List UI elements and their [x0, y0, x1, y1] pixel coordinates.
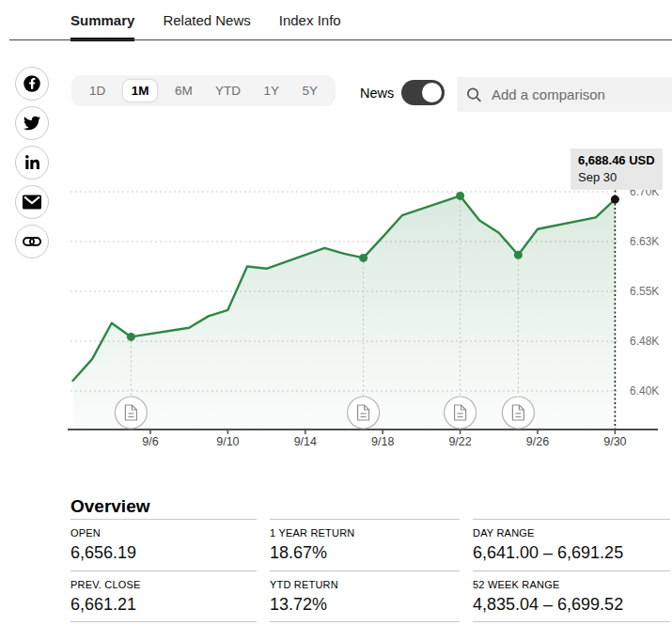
stat-52-week-range: 52 WEEK RANGE 4,835.04 – 6,699.52	[473, 570, 670, 622]
range-1m-button[interactable]: 1M	[122, 79, 159, 102]
stat-label: PREV. CLOSE	[70, 579, 257, 590]
stat-value: 6,641.00 – 6,691.25	[473, 543, 670, 563]
range-ytd-button[interactable]: YTD	[209, 80, 247, 102]
x-axis-label: 9/22	[448, 435, 471, 448]
news-data-point[interactable]	[127, 333, 135, 341]
range-6m-button[interactable]: 6M	[168, 80, 199, 102]
share-facebook-button[interactable]	[15, 67, 49, 101]
x-axis-label: 9/14	[294, 435, 317, 448]
range-5y-button[interactable]: 5Y	[295, 80, 324, 102]
news-event-marker[interactable]	[502, 397, 534, 429]
stat-label: 52 WEEK RANGE	[473, 579, 670, 590]
stat-value: 13.72%	[270, 595, 460, 615]
stat-open: OPEN 6,656.19	[70, 519, 257, 570]
x-axis-label: 9/6	[142, 435, 158, 448]
y-axis-label: 6.55K	[630, 285, 659, 298]
x-axis-label: 9/30	[603, 435, 626, 448]
tooltip-date: Sep 30	[578, 169, 655, 186]
facebook-icon	[23, 74, 41, 93]
stat-value: 4,835.04 – 6,699.52	[473, 595, 670, 615]
news-document-icon	[512, 405, 524, 420]
stat-day-range: DAY RANGE 6,641.00 – 6,691.25	[473, 519, 670, 570]
range-1y-button[interactable]: 1Y	[257, 80, 286, 102]
stat-value: 18.67%	[270, 543, 460, 563]
tab-summary[interactable]: Summary	[70, 12, 134, 41]
tab-index-info[interactable]: Index Info	[279, 12, 341, 41]
tab-bar-divider	[9, 39, 672, 40]
last-price-point[interactable]	[611, 195, 619, 204]
news-event-marker[interactable]	[115, 397, 147, 429]
x-axis-label: 9/10	[216, 435, 239, 448]
news-data-point[interactable]	[514, 251, 523, 259]
y-axis-label: 6.40K	[630, 384, 659, 398]
price-tooltip: 6,688.46 USD Sep 30	[570, 148, 663, 190]
stat-label: YTD RETURN	[270, 579, 460, 590]
comparison-search	[457, 77, 672, 112]
news-data-point[interactable]	[456, 192, 464, 200]
stat-1-year-return: 1 YEAR RETURN 18.67%	[270, 519, 460, 570]
news-toggle-knob	[420, 81, 444, 104]
search-icon	[466, 86, 482, 103]
x-axis-label: 9/26	[526, 435, 549, 448]
news-toggle-label: News	[360, 86, 394, 101]
tab-bar: Summary Related News Index Info	[70, 12, 341, 41]
stat-label: 1 YEAR RETURN	[270, 527, 460, 539]
stat-value: 6,656.19	[70, 543, 257, 563]
index-quote-page: Summary Related News Index Info	[0, 0, 672, 625]
tab-related-news[interactable]: Related News	[163, 12, 250, 41]
range-1d-button[interactable]: 1D	[83, 80, 112, 102]
stat-ytd-return: YTD RETURN 13.72%	[270, 570, 460, 622]
tooltip-price: 6,688.46 USD	[578, 152, 655, 169]
news-data-point[interactable]	[359, 254, 367, 262]
stat-label: DAY RANGE	[473, 527, 670, 539]
stat-label: OPEN	[70, 527, 257, 539]
news-document-icon	[125, 405, 136, 420]
stat-prev-close: PREV. CLOSE 6,661.21	[70, 570, 257, 622]
stat-value: 6,661.21	[70, 595, 257, 615]
x-axis-label: 9/18	[371, 435, 394, 448]
news-toggle[interactable]	[401, 80, 445, 105]
news-document-icon	[455, 405, 466, 420]
news-event-marker[interactable]	[348, 397, 380, 429]
time-range-selector: 1D 1M 6M YTD 1Y 5Y	[71, 75, 336, 106]
overview-stats-grid: OPEN 6,656.19 1 YEAR RETURN 18.67% DAY R…	[70, 519, 670, 622]
y-axis-label: 6.63K	[630, 235, 659, 248]
overview-title: Overview	[70, 496, 150, 517]
news-document-icon	[358, 405, 369, 420]
y-axis-label: 6.48K	[630, 335, 659, 348]
comparison-search-input[interactable]	[490, 86, 663, 103]
news-event-marker[interactable]	[445, 397, 477, 429]
